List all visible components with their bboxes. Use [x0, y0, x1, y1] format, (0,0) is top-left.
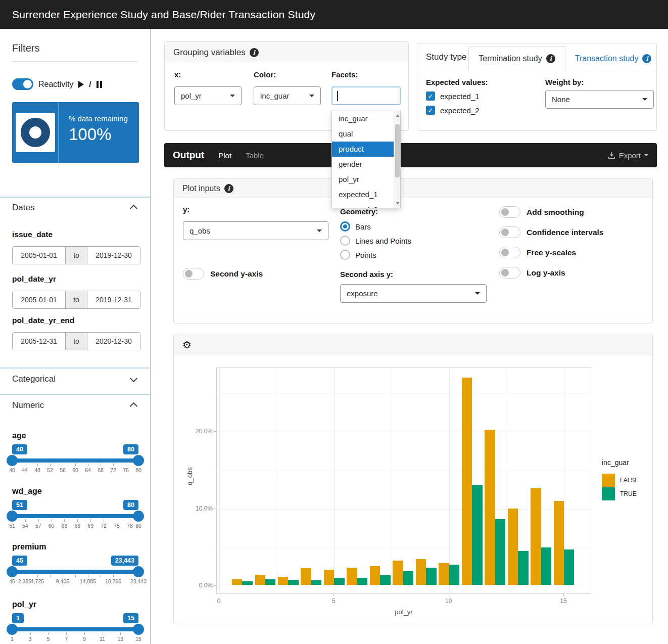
dropdown-option-gender[interactable]: gender [332, 157, 400, 172]
scroll-down-icon[interactable] [396, 202, 400, 205]
date-range-input[interactable]: 2005-01-01to2019-12-30 [12, 246, 140, 264]
output-title: Output [173, 150, 204, 161]
slider-track[interactable] [12, 458, 138, 463]
x-select-value: pol_yr [181, 91, 202, 100]
scroll-up-icon[interactable] [396, 114, 400, 117]
checkbox-expected_1[interactable]: ✓expected_1 [426, 91, 480, 101]
info-icon[interactable]: i [642, 54, 651, 63]
radio-bars[interactable]: Bars [340, 221, 371, 232]
second-y-axis-toggle[interactable] [183, 268, 204, 280]
toggle-switch[interactable] [499, 206, 520, 218]
second-axis-y-select[interactable]: exposure [340, 284, 487, 303]
legend-label-false: FALSE [620, 474, 639, 487]
toggle-knob [23, 80, 32, 88]
gridline-minor [506, 368, 507, 594]
dropdown-option-inc_guar[interactable]: inc_guar [332, 111, 400, 126]
date-until-input[interactable]: 2020-12-30 [87, 333, 140, 350]
slider-handle-max[interactable] [133, 566, 144, 577]
slider-handle-max[interactable] [133, 455, 144, 466]
slider-handle-max[interactable] [133, 511, 144, 522]
slider-handle-min[interactable] [7, 455, 18, 466]
dropdown-option-pol_yr[interactable]: pol_yr [332, 172, 400, 187]
dropdown-option-expected_1[interactable]: expected_1 [332, 187, 400, 202]
reactivity-toggle[interactable] [12, 78, 33, 90]
slider-from-badge: 1 [12, 613, 24, 623]
output-tab-plot[interactable]: Plot [218, 151, 231, 160]
y-select[interactable]: q_obs [183, 221, 328, 240]
reactivity-control: Reactivity / [12, 78, 102, 90]
date-until-input[interactable]: 2019-12-30 [87, 247, 140, 264]
section-numeric[interactable]: Numeric [12, 400, 44, 410]
slider-handle-max[interactable] [133, 624, 144, 635]
date-range-input[interactable]: 2005-12-31to2020-12-30 [12, 332, 140, 350]
slider-tick-label: 44 [22, 467, 28, 473]
caret-down-icon [642, 98, 647, 101]
slider-track[interactable] [12, 570, 138, 574]
study-tabbar: Study type Termination studyiTransaction… [417, 43, 656, 71]
x-label: x: [174, 70, 181, 79]
radio-icon[interactable] [340, 236, 350, 246]
slider-track[interactable] [12, 514, 138, 518]
toggle-switch[interactable] [499, 267, 520, 279]
slider-tickmark [38, 519, 39, 522]
date-from-input[interactable]: 2005-01-01 [13, 291, 65, 308]
date-from-input[interactable]: 2005-12-31 [13, 333, 65, 350]
export-button[interactable]: Export [608, 151, 648, 160]
slider-handle-min[interactable] [7, 624, 18, 635]
radio-lines-and-points[interactable]: Lines and Points [340, 236, 411, 246]
legend-key-true [602, 487, 615, 500]
date-to-separator: to [65, 247, 87, 264]
slider-from-badge: 45 [12, 556, 27, 566]
gear-icon[interactable]: ⚙ [182, 339, 192, 351]
facets-input[interactable] [331, 86, 401, 105]
toggle-switch[interactable] [499, 226, 520, 238]
slider-tick-label: 76 [123, 467, 129, 473]
x-select[interactable]: pol_yr [174, 86, 242, 105]
caret-down-icon [230, 95, 235, 97]
dropdown-option-qual[interactable]: qual [332, 126, 400, 142]
tab-termination-study[interactable]: Termination studyi [468, 46, 565, 71]
date-range-input[interactable]: 2005-01-01to2019-12-31 [12, 291, 140, 309]
slider-age: age40804044485256606468727680 [12, 431, 138, 478]
chevron-up-icon[interactable] [130, 205, 138, 213]
slider-tickmark [48, 632, 49, 635]
second-y-axis-toggle-row: Second y-axis [183, 268, 263, 280]
checkbox-expected_2[interactable]: ✓expected_2 [426, 106, 480, 115]
main-content: Grouping variables i x: pol_yr Color: in… [152, 29, 668, 644]
info-icon[interactable]: i [546, 54, 555, 63]
filter-donut-icon [16, 113, 55, 152]
slider-handle-min[interactable] [7, 566, 18, 577]
section-border [0, 197, 151, 198]
checkbox-icon[interactable]: ✓ [426, 106, 435, 115]
slider-track[interactable] [12, 627, 138, 631]
date-until-input[interactable]: 2019-12-31 [87, 291, 140, 308]
color-select[interactable]: inc_guar [254, 86, 321, 105]
bar-true-polyr-12 [495, 519, 505, 585]
checkbox-icon[interactable]: ✓ [426, 91, 435, 101]
info-icon[interactable]: i [224, 184, 233, 193]
slider-tick-label: 7 [65, 636, 68, 642]
chevron-down-icon[interactable] [130, 375, 138, 383]
section-categorical[interactable]: Categorical [12, 374, 56, 384]
bar-false-polyr-10 [439, 563, 449, 585]
plot-inputs-card: Plot inputs i y: q_obs Second y-axis Geo… [173, 178, 653, 324]
weight-by-select[interactable]: None [545, 90, 654, 109]
scroll-thumb[interactable] [395, 124, 400, 177]
tab-label: Transaction study [575, 54, 639, 63]
section-dates[interactable]: Dates [12, 203, 34, 213]
toggle-add-smoothing: Add smoothing [499, 206, 584, 218]
slider-tick-label: 54 [22, 523, 28, 529]
dropdown-option-expected_2[interactable]: expected_2 [332, 202, 400, 208]
toggle-switch[interactable] [499, 247, 520, 258]
info-icon[interactable]: i [250, 48, 259, 57]
tab-transaction-study[interactable]: Transaction studyi [565, 46, 661, 71]
radio-icon[interactable] [340, 250, 350, 260]
radio-points[interactable]: Points [340, 250, 376, 260]
output-tab-table[interactable]: Table [246, 151, 264, 160]
radio-icon[interactable] [340, 221, 350, 232]
slider-handle-min[interactable] [7, 511, 18, 522]
chevron-up-icon[interactable] [130, 402, 138, 410]
dropdown-option-product[interactable]: product [332, 142, 400, 157]
dropdown-scrollbar[interactable] [394, 111, 400, 208]
date-from-input[interactable]: 2005-01-01 [13, 247, 65, 264]
